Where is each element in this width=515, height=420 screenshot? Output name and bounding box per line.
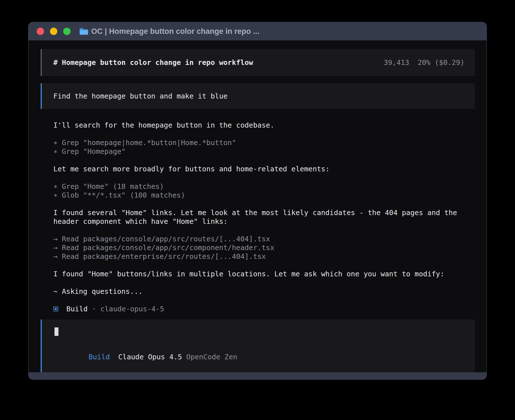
input-model-label: Claude Opus 4.5 bbox=[118, 353, 182, 361]
message-line: ~ Asking questions... bbox=[53, 287, 475, 296]
spacer bbox=[110, 353, 118, 361]
user-message: Find the homepage button and make it blu… bbox=[41, 83, 475, 109]
window-title: OC | Homepage button color change in rep… bbox=[91, 27, 259, 36]
cursor-block bbox=[54, 327, 58, 336]
agent-status-row: Build · claude-opus-4-5 bbox=[53, 305, 475, 313]
message-line: ∗ Glob "**/*.tsx" (100 matches) bbox=[53, 191, 475, 200]
spacer bbox=[182, 353, 186, 361]
folder-icon bbox=[79, 28, 88, 35]
titlebar: OC | Homepage button color change in rep… bbox=[29, 22, 486, 40]
agent-model: claude-opus-4-5 bbox=[100, 305, 164, 313]
session-title: # Homepage button color change in repo w… bbox=[53, 58, 253, 67]
message-line: → Read packages/enterprise/src/routes/[.… bbox=[53, 252, 475, 261]
window-bottom-chrome bbox=[29, 372, 486, 379]
agent-status-icon bbox=[53, 307, 58, 311]
terminal-content: # Homepage button color change in repo w… bbox=[29, 40, 486, 372]
input-agent-label: Build bbox=[88, 353, 110, 361]
prompt-input[interactable]: Build Claude Opus 4.5 OpenCode Zen bbox=[41, 320, 475, 372]
message-line bbox=[53, 156, 475, 165]
zoom-button[interactable] bbox=[63, 28, 71, 35]
message-line: ∗ Grep "Homepage" bbox=[53, 147, 475, 156]
message-line: I'll search for the homepage button in t… bbox=[53, 121, 475, 130]
session-stats: 39,413 20% ($0.29) bbox=[384, 58, 464, 67]
message-line bbox=[53, 130, 475, 138]
message-line bbox=[53, 226, 475, 235]
message-line: Let me search more broadly for buttons a… bbox=[53, 165, 475, 173]
message-line: I found several "Home" links. Let me loo… bbox=[53, 208, 475, 217]
close-button[interactable] bbox=[37, 28, 44, 35]
message-line: ∗ Grep "Home" (18 matches) bbox=[53, 182, 475, 191]
message-line bbox=[53, 278, 475, 287]
message-line: I found "Home" buttons/links in multiple… bbox=[53, 270, 475, 278]
message-line bbox=[53, 261, 475, 270]
message-line bbox=[53, 200, 475, 208]
conversation: I'll search for the homepage button in t… bbox=[53, 121, 475, 296]
terminal-window: OC | Homepage button color change in rep… bbox=[28, 22, 487, 380]
minimize-button[interactable] bbox=[50, 28, 57, 35]
message-line: → Read packages/console/app/src/componen… bbox=[53, 243, 475, 252]
session-header: # Homepage button color change in repo w… bbox=[41, 49, 475, 76]
message-line bbox=[53, 173, 475, 182]
input-provider-label: OpenCode Zen bbox=[186, 353, 237, 361]
agent-name: Build bbox=[66, 305, 88, 313]
message-line: ∗ Grep "homepage|home.*button|Home.*butt… bbox=[53, 138, 475, 147]
agent-separator: · bbox=[88, 305, 100, 313]
message-line: → Read packages/console/app/src/routes/[… bbox=[53, 235, 475, 243]
model-selector-row[interactable]: Build Claude Opus 4.5 OpenCode Zen bbox=[54, 344, 464, 370]
message-line: header component which have "Home" links… bbox=[53, 217, 475, 226]
traffic-lights bbox=[37, 28, 71, 35]
